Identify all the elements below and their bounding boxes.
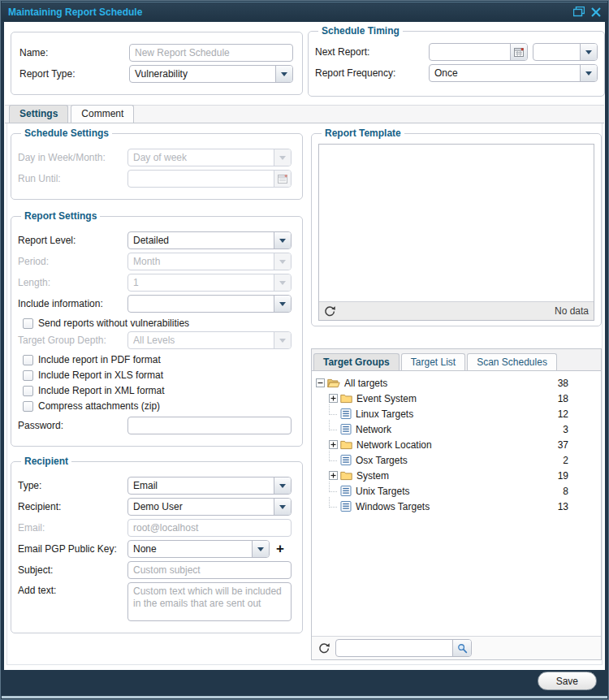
next-report-time-combo[interactable] <box>533 43 598 61</box>
titlebar: Maintaining Report Schedule <box>2 2 607 21</box>
subject-label: Subject: <box>18 564 127 576</box>
run-until-label: Run Until: <box>18 173 127 184</box>
include-xml-checkbox[interactable] <box>23 386 33 396</box>
expander-minus-icon[interactable] <box>316 378 325 387</box>
refresh-icon[interactable] <box>324 305 335 317</box>
subject-input[interactable] <box>127 561 292 579</box>
tree-item[interactable]: Osx Targets2 <box>312 452 601 468</box>
calendar-icon[interactable] <box>510 44 527 60</box>
pgp-key-label: Email PGP Public Key: <box>18 543 127 555</box>
report-type-combo[interactable]: Vulnerability <box>129 65 293 83</box>
chevron-down-icon[interactable] <box>580 65 597 81</box>
tree-search-field <box>335 639 472 657</box>
chevron-down-icon[interactable] <box>274 296 291 312</box>
tree-connector <box>329 404 337 415</box>
compress-zip-checkbox[interactable] <box>23 401 33 412</box>
run-until-date-field <box>127 170 292 188</box>
search-icon[interactable] <box>452 640 471 656</box>
day-in-week-month-combo: Day of week <box>127 149 292 166</box>
report-template-toolbar: No data <box>319 301 594 320</box>
expander-plus-icon[interactable] <box>329 440 338 449</box>
tree-item-label: System <box>356 470 389 482</box>
calendar-icon <box>274 171 291 187</box>
leaf-icon <box>340 424 352 434</box>
tab-comment[interactable]: Comment <box>71 105 134 123</box>
tree-item[interactable]: Network3 <box>312 421 601 437</box>
chevron-down-icon[interactable] <box>274 232 291 248</box>
chevron-down-icon[interactable] <box>580 44 597 60</box>
next-report-date-field[interactable] <box>429 43 528 61</box>
tree-item[interactable]: Unix Targets8 <box>312 483 601 499</box>
report-frequency-combo[interactable]: Once <box>429 64 598 82</box>
report-template-list: No data <box>318 144 594 321</box>
recipient-type-label: Type: <box>18 480 127 491</box>
tree-item[interactable]: All targets38 <box>312 375 601 391</box>
leaf-icon <box>340 455 352 465</box>
tab-settings[interactable]: Settings <box>9 105 68 123</box>
tree-item[interactable]: System19 <box>312 468 601 483</box>
target-group-depth-label: Target Group Depth: <box>18 335 127 346</box>
add-pgp-key-button[interactable]: + <box>276 543 284 555</box>
include-pdf-checkbox[interactable] <box>23 355 33 365</box>
report-level-combo[interactable]: Detailed <box>127 231 292 249</box>
email-field <box>127 519 292 537</box>
recipient-fieldset: Recipient Type: Email Recipient: Demo Us… <box>11 456 303 633</box>
tree-item-count: 19 <box>558 470 568 482</box>
recipient-label: Recipient: <box>18 501 127 512</box>
name-input[interactable] <box>129 44 293 62</box>
compress-zip-label: Compress attachments (zip) <box>38 400 160 412</box>
tree-item-count: 3 <box>563 424 568 435</box>
tree-item[interactable]: Linux Targets12 <box>312 406 601 421</box>
report-settings-legend: Report Settings <box>21 210 100 222</box>
tree-item-count: 18 <box>558 393 568 404</box>
no-data-text: No data <box>555 305 589 317</box>
chevron-down-icon[interactable] <box>274 499 291 515</box>
restore-icon[interactable] <box>573 6 585 17</box>
folder-icon <box>340 393 352 404</box>
maintaining-report-schedule-dialog: Maintaining Report Schedule Name: Report… <box>0 0 609 700</box>
recipient-combo[interactable]: Demo User <box>127 498 292 516</box>
target-tree-toolbar <box>312 636 601 659</box>
search-input[interactable] <box>336 640 452 656</box>
refresh-icon[interactable] <box>318 642 330 654</box>
chevron-down-icon <box>274 332 291 348</box>
dialog-title: Maintaining Report Schedule <box>8 6 142 18</box>
tree-item[interactable]: Event System18 <box>312 391 601 406</box>
day-in-week-month-label: Day in Week/Month: <box>18 152 127 163</box>
add-text-label: Add text: <box>18 582 127 596</box>
recipient-type-combo[interactable]: Email <box>127 477 292 495</box>
general-panel: Name: Report Type: Vulnerability <box>11 32 303 95</box>
pgp-key-combo[interactable]: None <box>127 540 270 558</box>
tree-item-count: 38 <box>558 378 568 389</box>
expander-plus-icon[interactable] <box>329 394 338 403</box>
tree-item[interactable]: Network Location37 <box>312 437 601 452</box>
close-icon[interactable] <box>591 7 601 17</box>
save-button[interactable]: Save <box>538 672 597 690</box>
report-template-fieldset: Report Template No data <box>311 127 602 326</box>
tree-item-label: Windows Targets <box>356 501 430 512</box>
include-xls-checkbox[interactable] <box>23 370 33 381</box>
tree-connector <box>329 482 337 492</box>
leaf-icon <box>340 486 352 496</box>
expander-plus-icon[interactable] <box>329 471 338 480</box>
add-text-textarea[interactable] <box>127 582 292 621</box>
report-template-list-body[interactable] <box>319 145 594 301</box>
period-combo: Month <box>127 253 292 270</box>
recipient-legend: Recipient <box>21 456 71 467</box>
report-type-label: Report Type: <box>19 68 129 80</box>
tree-item-label: Event System <box>356 393 417 404</box>
password-input[interactable] <box>127 417 292 434</box>
report-settings-fieldset: Report Settings Report Level: Detailed P… <box>11 210 303 447</box>
tab-scan-schedules[interactable]: Scan Schedules <box>467 353 557 370</box>
include-information-combo[interactable] <box>127 295 292 313</box>
window-bottom-edge <box>2 696 607 698</box>
chevron-down-icon[interactable] <box>252 541 269 557</box>
tab-target-list[interactable]: Target List <box>401 353 465 370</box>
tree-item[interactable]: Windows Targets13 <box>312 499 601 514</box>
schedule-settings-fieldset: Schedule Settings Day in Week/Month: Day… <box>11 127 303 200</box>
chevron-down-icon[interactable] <box>274 477 291 494</box>
tree-item-count: 37 <box>558 439 568 451</box>
chevron-down-icon[interactable] <box>275 66 292 82</box>
tab-target-groups[interactable]: Target Groups <box>313 353 400 370</box>
send-without-vulnerabilities-checkbox[interactable] <box>23 318 33 329</box>
